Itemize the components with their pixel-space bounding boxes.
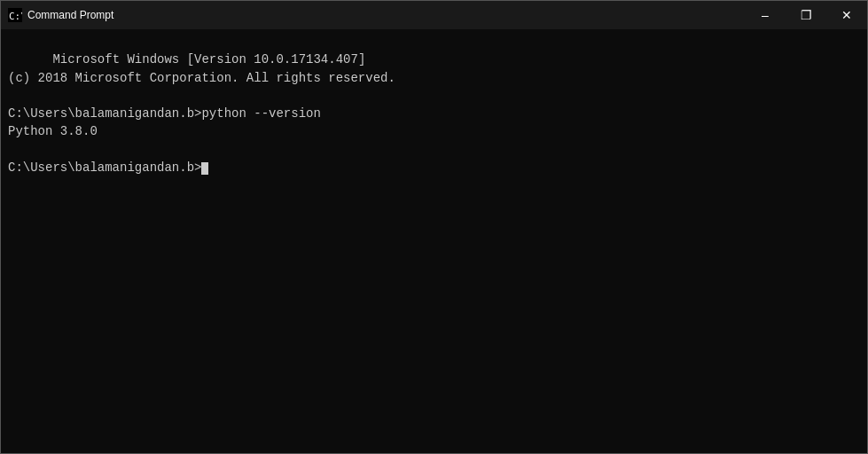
window-controls: – ❐ ✕ [745,1,867,29]
minimize-button[interactable]: – [745,1,786,29]
terminal-prompt: C:\Users\balamanigandan.b> [8,160,201,175]
terminal-line-2: (c) 2018 Microsoft Corporation. All righ… [8,71,395,85]
terminal-line-1: Microsoft Windows [Version 10.0.17134.40… [52,52,365,67]
cmd-icon: C:\ [8,8,22,22]
window-title: Command Prompt [27,9,860,21]
titlebar: C:\ Command Prompt – ❐ ✕ [1,1,867,29]
maximize-button[interactable]: ❐ [786,1,826,29]
terminal-line-4: C:\Users\balamanigandan.b>python --versi… [8,106,321,121]
terminal-content: Microsoft Windows [Version 10.0.17134.40… [8,33,860,195]
terminal-body[interactable]: Microsoft Windows [Version 10.0.17134.40… [1,29,867,453]
terminal-line-5: Python 3.8.0 [8,124,98,138]
close-button[interactable]: ✕ [826,1,867,29]
terminal-cursor [201,162,208,175]
command-prompt-window: C:\ Command Prompt – ❐ ✕ Microsoft Windo… [0,0,868,454]
svg-text:C:\: C:\ [9,11,22,22]
